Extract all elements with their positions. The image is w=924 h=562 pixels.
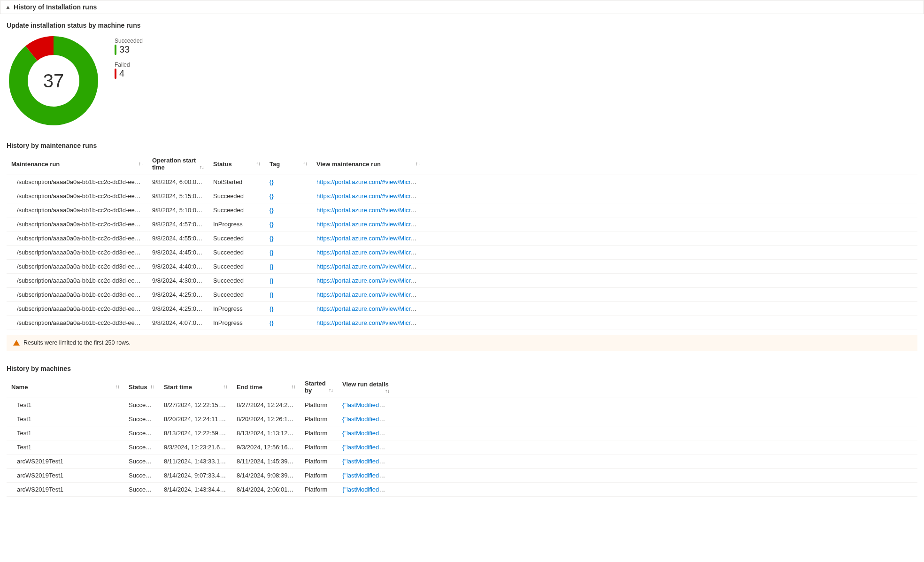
- col-start-time[interactable]: Start time↑↓: [159, 376, 232, 398]
- maintenance-header-row: Maintenance run↑↓ Operation start time↑↓…: [7, 153, 917, 175]
- col-view-details[interactable]: View run details↑↓: [338, 376, 394, 398]
- table-row[interactable]: arcWS2019Test1Succeeded8/14/2024, 9:07:3…: [7, 469, 917, 483]
- col-name[interactable]: Name↑↓: [7, 376, 124, 398]
- tag-link[interactable]: {}: [270, 263, 274, 270]
- sort-icon: ↑↓: [223, 384, 227, 389]
- cell-view: https://portal.azure.com/#view/Microsoft…: [312, 189, 424, 203]
- view-details-link[interactable]: {"lastModifiedDateTime":: [342, 472, 394, 479]
- cell-view: https://portal.azure.com/#view/Microsoft…: [312, 203, 424, 217]
- cell-spacer: [394, 454, 917, 469]
- col-tag[interactable]: Tag↑↓: [265, 153, 312, 175]
- sort-icon: ↑↓: [115, 384, 119, 389]
- view-details-link[interactable]: {"lastModifiedDateTime":: [342, 458, 394, 465]
- machines-table: Name↑↓ Status↑↓ Start time↑↓ End time↑↓ …: [7, 376, 917, 497]
- view-run-link[interactable]: https://portal.azure.com/#view/Microsoft…: [316, 178, 424, 185]
- cell-tag: {}: [265, 316, 312, 330]
- col-started-by[interactable]: Started by↑↓: [300, 376, 338, 398]
- table-row[interactable]: arcWS2019Test1Succeeded8/11/2024, 1:43:3…: [7, 454, 917, 469]
- cell-spacer: [424, 217, 917, 231]
- cell-start-time: 8/13/2024, 12:22:59.439 PM: [159, 426, 232, 440]
- tag-link[interactable]: {}: [270, 207, 274, 214]
- section-title: History of Installation runs: [14, 3, 97, 11]
- tag-link[interactable]: {}: [270, 249, 274, 256]
- view-details-link[interactable]: {"lastModifiedDateTime":: [342, 401, 394, 408]
- table-row[interactable]: /subscription/aaaa0a0a-bb1b-cc2c-dd3d-ee…: [7, 175, 917, 189]
- table-row[interactable]: Test1Succeeded8/20/2024, 12:24:11.602 PM…: [7, 412, 917, 426]
- cell-tag: {}: [265, 302, 312, 316]
- view-run-link[interactable]: https://portal.azure.com/#view/Microsoft…: [316, 235, 424, 242]
- cell-view: https://portal.azure.com/#view/Microsoft…: [312, 246, 424, 260]
- chevron-up-icon: ▲: [5, 4, 11, 10]
- cell-tag: {}: [265, 246, 312, 260]
- view-run-link[interactable]: https://portal.azure.com/#view/Microsoft…: [316, 249, 424, 256]
- view-run-link[interactable]: https://portal.azure.com/#view/Microsoft…: [316, 277, 424, 284]
- cell-spacer: [424, 203, 917, 217]
- cell-run: /subscription/aaaa0a0a-bb1b-cc2c-dd3d-ee…: [7, 274, 147, 288]
- legend-item: Succeeded33: [115, 38, 143, 55]
- table-row[interactable]: Test1Succeeded8/27/2024, 12:22:15.093 PM…: [7, 398, 917, 412]
- donut-total: 37: [43, 70, 64, 92]
- tag-link[interactable]: {}: [270, 305, 274, 312]
- cell-spacer: [394, 469, 917, 483]
- cell-spacer: [424, 302, 917, 316]
- cell-view-details: {"lastModifiedDateTime":: [338, 440, 394, 454]
- machines-title: History by machines: [7, 365, 917, 372]
- cell-started-by: Platform: [300, 440, 338, 454]
- table-row[interactable]: /subscription/aaaa0a0a-bb1b-cc2c-dd3d-ee…: [7, 203, 917, 217]
- view-run-link[interactable]: https://portal.azure.com/#view/Microsoft…: [316, 207, 424, 214]
- col-label: View maintenance run: [316, 161, 381, 168]
- cell-end-time: 8/11/2024, 1:45:39.358 AM: [232, 454, 300, 469]
- cell-spacer: [424, 274, 917, 288]
- table-row[interactable]: Test1Succeeded8/13/2024, 12:22:59.439 PM…: [7, 426, 917, 440]
- col-view-run[interactable]: View maintenance run↑↓: [312, 153, 424, 175]
- section-header[interactable]: ▲ History of Installation runs: [0, 0, 924, 14]
- view-run-link[interactable]: https://portal.azure.com/#view/Microsoft…: [316, 221, 424, 228]
- legend-label: Failed: [115, 62, 143, 68]
- view-run-link[interactable]: https://portal.azure.com/#view/Microsoft…: [316, 291, 424, 298]
- view-details-link[interactable]: {"lastModifiedDateTime":: [342, 444, 394, 451]
- table-row[interactable]: /subscription/aaaa0a0a-bb1b-cc2c-dd3d-ee…: [7, 217, 917, 231]
- table-row[interactable]: /subscription/aaaa0a0a-bb1b-cc2c-dd3d-ee…: [7, 246, 917, 260]
- sort-icon: ↑↓: [303, 161, 307, 166]
- tag-link[interactable]: {}: [270, 235, 274, 242]
- view-run-link[interactable]: https://portal.azure.com/#view/Microsoft…: [316, 319, 424, 326]
- col-end-time[interactable]: End time↑↓: [232, 376, 300, 398]
- table-row[interactable]: /subscription/aaaa0a0a-bb1b-cc2c-dd3d-ee…: [7, 274, 917, 288]
- table-row[interactable]: arcWS2019Test1Succeeded8/14/2024, 1:43:3…: [7, 483, 917, 497]
- cell-run: /subscription/aaaa0a0a-bb1b-cc2c-dd3d-ee…: [7, 316, 147, 330]
- tag-link[interactable]: {}: [270, 277, 274, 284]
- cell-run: /subscription/aaaa0a0a-bb1b-cc2c-dd3d-ee…: [7, 175, 147, 189]
- view-details-link[interactable]: {"lastModifiedDateTime":: [342, 486, 394, 493]
- cell-spacer: [424, 246, 917, 260]
- col-mstatus[interactable]: Status↑↓: [124, 376, 159, 398]
- table-row[interactable]: /subscription/aaaa0a0a-bb1b-cc2c-dd3d-ee…: [7, 316, 917, 330]
- col-status[interactable]: Status↑↓: [208, 153, 265, 175]
- view-details-link[interactable]: {"lastModifiedDateTime":: [342, 430, 394, 437]
- table-row[interactable]: Test1Succeeded9/3/2024, 12:23:21.634 PM9…: [7, 440, 917, 454]
- view-run-link[interactable]: https://portal.azure.com/#view/Microsoft…: [316, 263, 424, 270]
- cell-name: Test1: [7, 440, 124, 454]
- view-run-link[interactable]: https://portal.azure.com/#view/Microsoft…: [316, 305, 424, 312]
- tag-link[interactable]: {}: [270, 178, 274, 185]
- cell-start: 9/8/2024, 4:40:00.000 PM: [147, 260, 208, 274]
- col-label: Maintenance run: [11, 161, 60, 168]
- cell-status: InProgress: [208, 217, 265, 231]
- col-spacer: [394, 376, 917, 398]
- tag-link[interactable]: {}: [270, 221, 274, 228]
- col-label: Name: [11, 384, 28, 391]
- tag-link[interactable]: {}: [270, 319, 274, 326]
- table-row[interactable]: /subscription/aaaa0a0a-bb1b-cc2c-dd3d-ee…: [7, 260, 917, 274]
- col-operation-start[interactable]: Operation start time↑↓: [147, 153, 208, 175]
- cell-name: arcWS2019Test1: [7, 469, 124, 483]
- view-run-link[interactable]: https://portal.azure.com/#view/Microsoft…: [316, 192, 424, 200]
- sort-icon: ↑↓: [200, 164, 204, 169]
- tag-link[interactable]: {}: [270, 192, 274, 200]
- sort-icon: ↑↓: [416, 161, 420, 166]
- view-details-link[interactable]: {"lastModifiedDateTime":: [342, 416, 394, 423]
- table-row[interactable]: /subscription/aaaa0a0a-bb1b-cc2c-dd3d-ee…: [7, 231, 917, 246]
- table-row[interactable]: /subscription/aaaa0a0a-bb1b-cc2c-dd3d-ee…: [7, 302, 917, 316]
- table-row[interactable]: /subscription/aaaa0a0a-bb1b-cc2c-dd3d-ee…: [7, 288, 917, 302]
- col-maintenance-run[interactable]: Maintenance run↑↓: [7, 153, 147, 175]
- tag-link[interactable]: {}: [270, 291, 274, 298]
- table-row[interactable]: /subscription/aaaa0a0a-bb1b-cc2c-dd3d-ee…: [7, 189, 917, 203]
